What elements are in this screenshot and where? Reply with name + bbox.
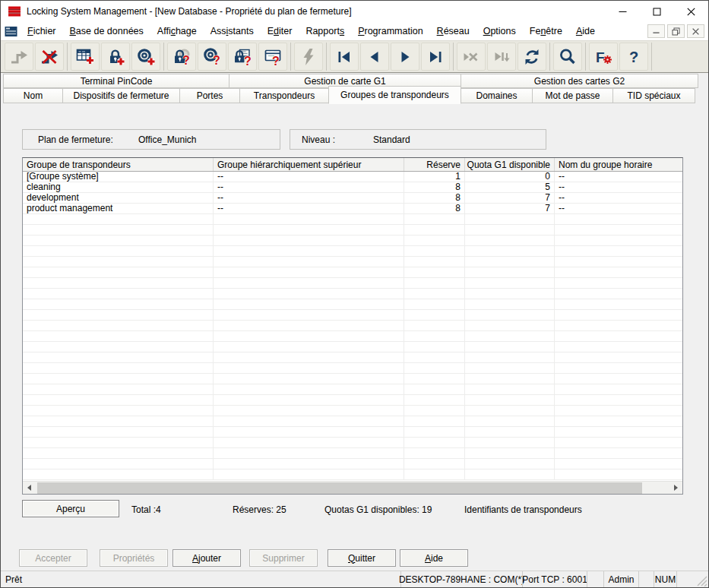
menu-programmation[interactable]: Programmation bbox=[351, 24, 429, 39]
read-card-lock-button[interactable]: ? bbox=[228, 43, 257, 71]
cell bbox=[23, 427, 214, 437]
column-header-groupe-hierarchiquement-superieur[interactable]: Groupe hiérarchiquement supérieur bbox=[214, 158, 404, 171]
minimize-button[interactable] bbox=[606, 1, 640, 22]
cell bbox=[465, 342, 555, 352]
mdi-restore-button[interactable] bbox=[667, 24, 685, 38]
close-button[interactable] bbox=[674, 1, 708, 22]
new-lock-button[interactable] bbox=[101, 43, 130, 71]
function-keys-button[interactable]: F bbox=[589, 43, 618, 71]
total-count: Total :4 bbox=[131, 504, 161, 515]
ajouter-button[interactable]: Ajouter bbox=[173, 549, 241, 567]
prev-record-button[interactable] bbox=[360, 43, 389, 71]
table-row-groupe-systeme[interactable]: [Groupe système]--10-- bbox=[23, 172, 682, 182]
new-lock-icon bbox=[106, 47, 125, 67]
tab-groupes-de-transpondeurs[interactable]: Groupes de transpondeurs bbox=[328, 86, 461, 104]
search-button[interactable] bbox=[553, 43, 582, 71]
cell bbox=[214, 236, 404, 245]
first-record-button[interactable] bbox=[330, 43, 359, 71]
menu-rapports[interactable]: Rapports bbox=[299, 24, 351, 39]
tab-mot-de-passe[interactable]: Mot de passe bbox=[532, 88, 613, 103]
scroll-left-arrow[interactable] bbox=[23, 482, 36, 495]
table-row-product-management[interactable]: product management--87-- bbox=[23, 204, 682, 214]
menu-options[interactable]: Options bbox=[476, 24, 523, 39]
tab-tid-speciaux[interactable]: TID spéciaux bbox=[612, 88, 695, 103]
svg-text:?: ? bbox=[244, 54, 252, 67]
svg-text:?: ? bbox=[213, 54, 220, 67]
cell: -- bbox=[214, 182, 404, 192]
new-locking-plan-button[interactable] bbox=[71, 43, 100, 71]
cell bbox=[465, 257, 555, 267]
tab-nom[interactable]: Nom bbox=[3, 88, 63, 103]
table-row-development[interactable]: development--87-- bbox=[23, 193, 682, 204]
tab-dispositifs-de-fermeture[interactable]: Dispositifs de fermeture bbox=[62, 88, 180, 103]
tab-terminal-pincode[interactable]: Terminal PinCode bbox=[3, 74, 229, 88]
toolbar-separator bbox=[290, 43, 291, 71]
resize-grip-icon[interactable] bbox=[697, 576, 707, 586]
cell bbox=[555, 321, 682, 330]
search-icon bbox=[558, 47, 578, 67]
column-header-quota-g1-disponible[interactable]: Quota G1 disponible bbox=[465, 158, 555, 171]
quitter-button[interactable]: Quitter bbox=[328, 549, 396, 567]
last-record-button[interactable] bbox=[421, 43, 450, 71]
menu-base-de-donnees[interactable]: Base de données bbox=[63, 24, 150, 39]
horizontal-scrollbar[interactable] bbox=[23, 481, 682, 494]
status-bar: Prêt DESKTOP-789HANE : COM(*)Port TCP : … bbox=[1, 571, 708, 587]
read-transponder-button[interactable]: ? bbox=[198, 43, 226, 71]
help-button[interactable]: ? bbox=[619, 43, 648, 71]
menu-reseau[interactable]: Réseau bbox=[430, 24, 476, 39]
column-header-groupe-de-transpondeurs[interactable]: Groupe de transpondeurs bbox=[23, 158, 214, 171]
table-row-empty bbox=[23, 438, 682, 448]
cell bbox=[214, 416, 404, 426]
column-header-reserve[interactable]: Réserve bbox=[404, 158, 465, 171]
next-record-button[interactable] bbox=[391, 43, 419, 71]
cell bbox=[404, 342, 465, 352]
scrollbar-thumb[interactable] bbox=[37, 482, 642, 494]
table-row-empty bbox=[23, 469, 682, 480]
scroll-right-arrow[interactable] bbox=[669, 482, 682, 495]
tab-transpondeurs[interactable]: Transpondeurs bbox=[239, 88, 329, 103]
column-header-nom-du-groupe-horaire[interactable]: Nom du groupe horaire bbox=[555, 158, 682, 171]
menu-affichage[interactable]: Affichage bbox=[150, 24, 204, 39]
cell bbox=[214, 469, 404, 479]
tab-page: Plan de fermeture: Office_Munich Niveau … bbox=[1, 104, 708, 571]
mdi-minimize-button[interactable] bbox=[647, 24, 665, 38]
cell bbox=[404, 363, 465, 373]
new-transponder-button[interactable] bbox=[131, 43, 160, 71]
cell bbox=[23, 331, 214, 341]
cell bbox=[555, 225, 682, 235]
read-network-button[interactable]: ? bbox=[258, 43, 287, 71]
new-transponder-icon bbox=[136, 47, 156, 67]
cell bbox=[23, 278, 214, 288]
tab-portes[interactable]: Portes bbox=[179, 88, 240, 103]
cell: 0 bbox=[465, 172, 555, 182]
tab-gestion-des-cartes-g2[interactable]: Gestion des cartes G2 bbox=[461, 74, 698, 88]
cell bbox=[555, 438, 682, 447]
cell bbox=[214, 459, 404, 469]
table-row-cleaning[interactable]: cleaning--85-- bbox=[23, 182, 682, 193]
tab-domaines[interactable]: Domaines bbox=[461, 88, 533, 103]
refresh-button[interactable] bbox=[518, 43, 546, 71]
next-record-icon bbox=[395, 47, 415, 67]
status-empty bbox=[587, 571, 603, 587]
cell bbox=[555, 214, 682, 224]
table-row-empty bbox=[23, 416, 682, 427]
cell: [Groupe système] bbox=[23, 172, 214, 182]
maximize-button[interactable] bbox=[640, 1, 674, 22]
cell bbox=[23, 214, 214, 224]
cell bbox=[214, 342, 404, 352]
read-lock-button[interactable]: ? bbox=[167, 43, 196, 71]
aide-button[interactable]: Aide bbox=[400, 549, 468, 567]
mdi-close-button[interactable] bbox=[687, 24, 704, 38]
cell bbox=[404, 416, 465, 426]
status-empty bbox=[638, 571, 654, 587]
menu-assistants[interactable]: Assistants bbox=[204, 24, 261, 39]
zigzag-arrow-cancel-button[interactable] bbox=[35, 43, 64, 71]
apercu-button[interactable]: Aperçu bbox=[22, 500, 119, 517]
cell bbox=[214, 214, 404, 224]
menu-aide[interactable]: Aide bbox=[569, 24, 602, 39]
menu-fichier[interactable]: Fichier bbox=[21, 24, 63, 39]
cell: product management bbox=[23, 204, 214, 213]
cell bbox=[23, 469, 214, 479]
menu-editer[interactable]: Editer bbox=[261, 24, 299, 39]
menu-fenetre[interactable]: Fenêtre bbox=[523, 24, 569, 39]
